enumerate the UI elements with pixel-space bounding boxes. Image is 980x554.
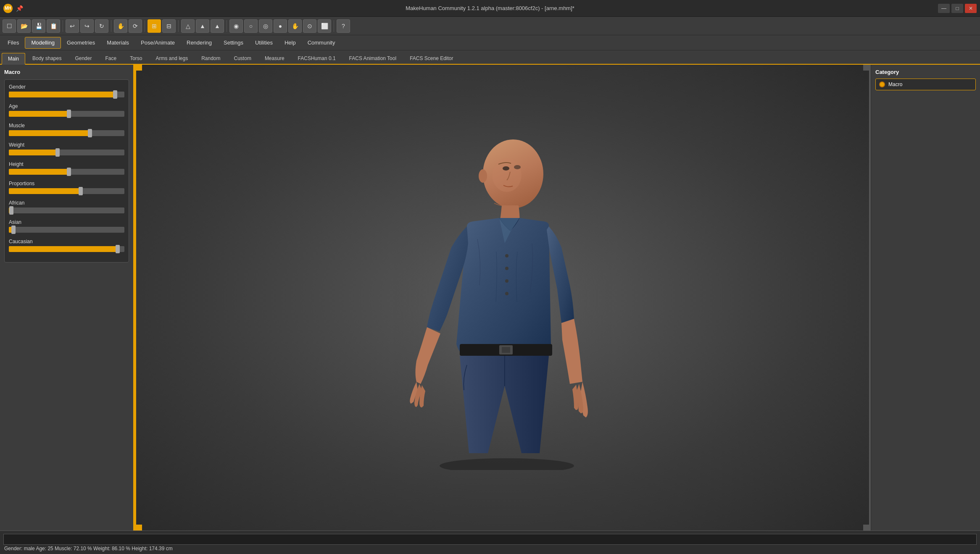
tab-torso[interactable]: Torso <box>124 52 148 64</box>
tab-body-shapes[interactable]: Body shapes <box>26 52 68 64</box>
tr-handle[interactable] <box>863 65 869 71</box>
head-button[interactable]: ◉ <box>229 19 243 33</box>
svg-point-4 <box>514 165 521 169</box>
maximize-button[interactable]: □ <box>951 4 963 13</box>
african-track[interactable] <box>9 207 124 213</box>
sep5 <box>227 20 227 32</box>
new-button[interactable]: ☐ <box>3 19 16 33</box>
rotate-button[interactable]: ⟳ <box>129 19 142 33</box>
tab-gender[interactable]: Gender <box>68 52 98 64</box>
grab-button[interactable]: ✋ <box>114 19 127 33</box>
tl-handle[interactable] <box>136 65 142 71</box>
gender-label: Gender <box>9 84 124 90</box>
category-macro-dot <box>879 81 885 87</box>
sep1 <box>63 20 63 32</box>
proportions-slider-group: Proportions <box>9 181 124 194</box>
title-bar-left: MH 📌 <box>3 4 23 13</box>
svg-point-5 <box>479 169 487 183</box>
category-macro-label: Macro <box>888 81 902 87</box>
age-track[interactable] <box>9 111 124 117</box>
proportions-label: Proportions <box>9 181 124 186</box>
menu-settings[interactable]: Settings <box>218 37 249 49</box>
human-figure-svg <box>393 126 612 470</box>
box-button[interactable]: ⬜ <box>318 19 331 33</box>
sphere-button[interactable]: ● <box>274 19 287 33</box>
window-controls: — □ ✕ <box>938 4 977 13</box>
save-button[interactable]: 💾 <box>32 19 45 33</box>
proportions-track[interactable] <box>9 188 124 194</box>
status-input[interactable] <box>3 534 977 545</box>
tab-bar: Main Body shapes Gender Face Torso Arms … <box>0 50 980 65</box>
redo-button[interactable]: ↪ <box>80 19 94 33</box>
pin-icon[interactable]: 📌 <box>16 5 23 12</box>
close-button[interactable]: ✕ <box>965 4 977 13</box>
right-resizer[interactable] <box>869 65 871 530</box>
category-title: Category <box>875 69 976 75</box>
panel-title: Macro <box>4 69 129 75</box>
br-handle[interactable] <box>863 525 869 530</box>
grid2-button[interactable]: ⊟ <box>162 19 176 33</box>
undo-button[interactable]: ↩ <box>66 19 79 33</box>
saveas-button[interactable]: 📋 <box>47 19 60 33</box>
open-button[interactable]: 📂 <box>17 19 31 33</box>
tab-facshuman[interactable]: FACSHuman 0.1 <box>292 52 342 64</box>
weight-track[interactable] <box>9 150 124 155</box>
svg-point-8 <box>505 279 508 283</box>
title-bar: MH 📌 MakeHuman Community 1.2.1 alpha (ma… <box>0 0 980 17</box>
ring-button[interactable]: ⊙ <box>303 19 316 33</box>
tab-facs-scene[interactable]: FACS Scene Editor <box>403 52 459 64</box>
tab-facs-animation[interactable]: FACS Animation Tool <box>343 52 403 64</box>
gender-slider-group: Gender <box>9 84 124 97</box>
muscle-label: Muscle <box>9 123 124 129</box>
refresh-button[interactable]: ↻ <box>95 19 108 33</box>
menu-files[interactable]: Files <box>2 37 25 49</box>
grid1-button[interactable]: ⊞ <box>148 19 161 33</box>
globe-button[interactable]: ◎ <box>259 19 272 33</box>
menu-rendering[interactable]: Rendering <box>181 37 218 49</box>
sym1-button[interactable]: △ <box>181 19 195 33</box>
sym2-button[interactable]: ▲ <box>196 19 209 33</box>
figure-container <box>142 65 863 530</box>
height-track[interactable] <box>9 169 124 175</box>
menu-community[interactable]: Community <box>302 37 341 49</box>
minimize-button[interactable]: — <box>938 4 950 13</box>
sep4 <box>178 20 179 32</box>
african-slider-group: African <box>9 200 124 213</box>
menu-materials[interactable]: Materials <box>101 37 135 49</box>
menu-help[interactable]: Help <box>279 37 302 49</box>
african-label: African <box>9 200 124 206</box>
status-text: Gender: male Age: 25 Muscle: 72.10 % Wei… <box>0 546 980 553</box>
sym3-button[interactable]: ▲ <box>211 19 224 33</box>
asian-slider-group: Asian <box>9 219 124 233</box>
app-icon: MH <box>3 4 13 13</box>
tab-random[interactable]: Random <box>195 52 227 64</box>
menu-modelling[interactable]: Modelling <box>25 37 61 49</box>
body-button[interactable]: ○ <box>244 19 258 33</box>
toolbar: ☐ 📂 💾 📋 ↩ ↪ ↻ ✋ ⟳ ⊞ ⊟ △ ▲ ▲ ◉ ○ ◎ ● ✋ ⊙ … <box>0 17 980 35</box>
left-resizer[interactable] <box>134 65 136 530</box>
muscle-track[interactable] <box>9 130 124 136</box>
main-content: Macro Gender Age Muscle <box>0 65 980 530</box>
tab-face[interactable]: Face <box>99 52 123 64</box>
caucasian-track[interactable] <box>9 246 124 252</box>
menu-utilities[interactable]: Utilities <box>249 37 279 49</box>
age-slider-group: Age <box>9 103 124 117</box>
svg-point-9 <box>505 292 508 295</box>
svg-point-7 <box>505 267 508 270</box>
gender-track[interactable] <box>9 92 124 97</box>
tab-custom[interactable]: Custom <box>228 52 258 64</box>
menu-geometries[interactable]: Geometries <box>61 37 101 49</box>
menu-bar: Files Modelling Geometries Materials Pos… <box>0 35 980 50</box>
asian-track[interactable] <box>9 227 124 233</box>
tab-main[interactable]: Main <box>2 53 25 65</box>
tab-measure[interactable]: Measure <box>258 52 291 64</box>
tab-arms-legs[interactable]: Arms and legs <box>149 52 194 64</box>
category-macro[interactable]: Macro <box>875 79 976 90</box>
viewport[interactable] <box>134 65 871 530</box>
right-panel: Category Macro <box>871 65 980 530</box>
hands-button[interactable]: ✋ <box>288 19 302 33</box>
help-button[interactable]: ? <box>337 19 350 33</box>
muscle-slider-group: Muscle <box>9 123 124 136</box>
bl-handle[interactable] <box>136 525 142 530</box>
menu-pose-animate[interactable]: Pose/Animate <box>135 37 181 49</box>
